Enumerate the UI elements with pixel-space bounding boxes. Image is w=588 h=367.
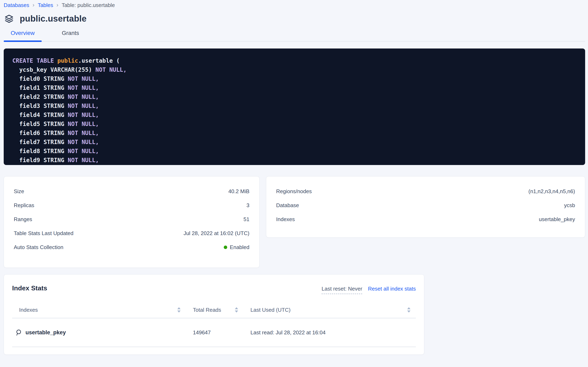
sql-token: ycsb_key VARCHAR(255) [12,66,96,73]
total-reads-cell: 149647 [186,329,243,336]
index-table-body: usertable_pkey149647Last read: Jul 28, 2… [12,318,416,347]
sql-token: field6 STRING [12,130,68,136]
stat-label: Indexes [276,216,295,223]
index-stats-title: Index Stats [12,284,47,292]
sql-token: field0 STRING [12,75,68,82]
breadcrumb-current: Table: public.usertable [62,2,115,8]
sql-line: field1 STRING NOT NULL, [12,83,579,92]
sql-token: field8 STRING [12,148,68,155]
sql-token: NOT NULL, [68,84,99,91]
index-stats-controls: Last reset: Never Reset all index stats [322,284,416,294]
stat-label: Table Stats Last Updated [14,230,74,236]
sql-token: field3 STRING [12,102,68,109]
stat-value: ycsb [564,202,575,209]
stat-row: Databaseycsb [276,198,575,212]
tab-grants[interactable]: Grants [55,30,86,41]
search-icon [15,329,22,336]
chevron-right-icon: › [33,2,34,8]
index-name-link[interactable]: usertable_pkey [25,329,66,336]
stat-label: Size [14,188,24,195]
stat-value: 40.2 MiB [228,188,249,195]
stat-row: Ranges51 [14,212,249,226]
stat-value: 3 [247,202,249,209]
table-stats-card: Size40.2 MiBReplicas3Ranges51Table Stats… [4,176,259,268]
column-header-last-used-utc[interactable]: Last Used (UTC) [243,302,416,318]
chevron-right-icon: › [57,2,58,8]
page-title: public.usertable [20,14,86,24]
last-reset-label: Last reset: Never [322,286,362,294]
reset-index-stats-link[interactable]: Reset all index stats [368,286,416,292]
breadcrumb-link-databases[interactable]: Databases [4,2,29,8]
sql-token: field1 STRING [12,84,68,91]
sql-token: .usertable ( [78,57,120,64]
index-table-header-row: IndexesTotal ReadsLast Used (UTC) [12,302,416,318]
tab-overview[interactable]: Overview [4,30,42,41]
sort-down-arrow-icon [407,310,411,313]
last-used-cell: Last read: Jul 28, 2022 at 16:04 [243,329,416,336]
page-header: public.usertable [4,14,585,24]
index-stats-card: Index Stats Last reset: Never Reset all … [4,274,424,355]
summary-cards-row: Size40.2 MiBReplicas3Ranges51Table Stats… [4,176,585,268]
stat-label: Ranges [14,216,32,223]
stat-value: Enabled [224,244,249,250]
active-tab-indicator [4,41,42,42]
sql-token: NOT NULL, [68,75,99,82]
breadcrumb: Databases › Tables › Table: public.usert… [4,0,585,8]
sort-down-arrow-icon [177,310,181,313]
column-header-label: Indexes [19,307,38,313]
stat-value: 51 [243,216,249,223]
stat-value-text: Jul 28, 2022 at 16:02 (UTC) [183,230,249,236]
sql-token: NOT NULL, [68,121,99,127]
sort-down-arrow-icon [235,310,238,313]
table-meta-card: Regions/nodes(n1,n2,n3,n4,n5,n6)Database… [266,176,585,238]
index-stats-header: Index Stats Last reset: Never Reset all … [12,284,416,294]
sql-line: field3 STRING NOT NULL, [12,101,579,110]
stat-value-text: 40.2 MiB [228,188,249,195]
tab-grants-label: Grants [62,30,79,36]
index-name-cell[interactable]: usertable_pkey [12,329,186,336]
sort-icon[interactable] [177,307,181,313]
stat-label: Regions/nodes [276,188,312,195]
stat-value-text: 51 [243,216,249,223]
sql-line: field6 STRING NOT NULL, [12,129,579,138]
sql-token: NOT NULL, [68,130,99,136]
sort-up-arrow-icon [235,307,238,309]
sql-line: field5 STRING NOT NULL, [12,120,579,129]
column-header-total-reads[interactable]: Total Reads [186,302,243,318]
sql-token: NOT NULL, [68,148,99,155]
sql-token: field5 STRING [12,121,68,127]
status-dot-icon [224,246,227,249]
stat-row: Auto Stats CollectionEnabled [14,240,249,254]
stat-label: Replicas [14,202,34,209]
sql-line: field7 STRING NOT NULL, [12,138,579,147]
sort-icon[interactable] [235,307,238,313]
create-table-sql-block[interactable]: CREATE TABLE public.usertable ( ycsb_key… [4,49,585,165]
sql-token: public [57,57,78,64]
tab-overview-label: Overview [11,30,35,36]
stat-row: Regions/nodes(n1,n2,n3,n4,n5,n6) [276,184,575,198]
sql-token: NOT NULL, [68,139,99,145]
sort-icon[interactable] [407,307,411,313]
stat-row: Indexesusertable_pkey [276,212,575,226]
tab-bar: Overview Grants [4,30,585,42]
sql-token: NOT NULL, [68,157,99,164]
sql-token: CREATE TABLE [12,57,57,64]
stat-value-text: 3 [247,202,249,209]
sort-up-arrow-icon [407,307,411,309]
sql-line: CREATE TABLE public.usertable ( [12,56,579,65]
stat-value: Jul 28, 2022 at 16:02 (UTC) [183,230,249,236]
column-header-label: Last Used (UTC) [250,307,290,313]
column-header-indexes[interactable]: Indexes [12,302,186,318]
stat-value-text: (n1,n2,n3,n4,n5,n6) [528,188,575,195]
breadcrumb-link-tables[interactable]: Tables [38,2,53,8]
stat-value-text: ycsb [564,202,575,209]
stat-row: Size40.2 MiB [14,184,249,198]
table-details-page: Databases › Tables › Table: public.usert… [0,0,588,355]
sql-token: NOT NULL, [96,66,127,73]
stat-row: Replicas3 [14,198,249,212]
sql-line: ycsb_key VARCHAR(255) NOT NULL, [12,65,579,74]
table-row[interactable]: usertable_pkey149647Last read: Jul 28, 2… [12,318,416,347]
sql-token: field9 STRING [12,157,68,164]
stat-label: Database [276,202,299,209]
column-header-label: Total Reads [193,307,221,313]
